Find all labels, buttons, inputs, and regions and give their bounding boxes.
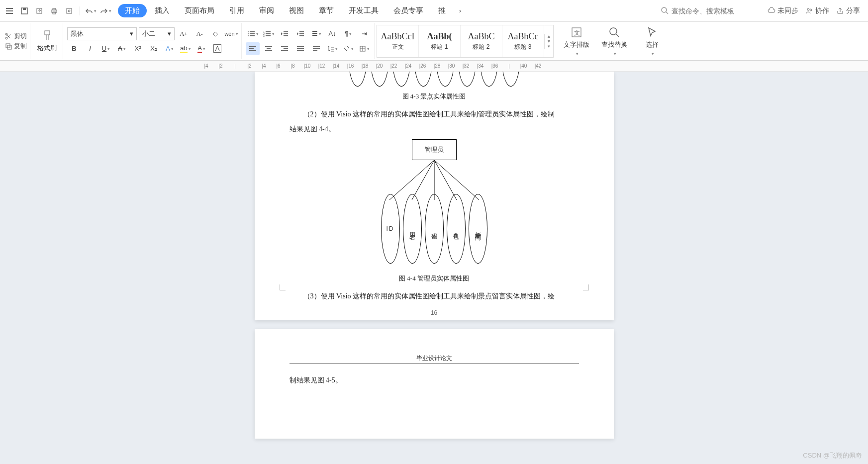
shading-button[interactable]: [341, 42, 355, 55]
cut-button[interactable]: 剪切: [5, 32, 27, 41]
svg-rect-40: [265, 46, 272, 47]
paragraph-2[interactable]: （2）使用 Visio 这样的常用的实体属性图绘制工具来绘制管理员实体属性图，绘…: [289, 107, 579, 122]
copy-button[interactable]: 复制: [5, 42, 27, 51]
style-h3[interactable]: AaBbCc标题 3: [502, 25, 544, 57]
share-button[interactable]: 分享: [836, 6, 860, 15]
svg-rect-26: [266, 31, 271, 32]
align-justify-button[interactable]: [293, 42, 307, 55]
attr-id: ID: [381, 194, 400, 264]
text-layout-button[interactable]: 文文字排版: [559, 26, 594, 56]
svg-rect-7: [53, 8, 56, 10]
style-gallery: AaBbCcI正文 AaBb(标题 1 AaBbC标题 2 AaBbCc标题 3…: [377, 25, 554, 58]
tab-overflow-icon[interactable]: ›: [454, 4, 467, 17]
sort-button[interactable]: A↓: [325, 27, 339, 40]
svg-rect-33: [284, 35, 288, 36]
svg-rect-48: [297, 50, 304, 51]
svg-rect-20: [250, 31, 255, 32]
style-normal[interactable]: AaBbCcI正文: [377, 25, 419, 57]
strike-button[interactable]: A: [115, 42, 129, 55]
svg-rect-51: [313, 50, 317, 51]
distribute-button[interactable]: [309, 42, 323, 55]
border-button[interactable]: [357, 42, 371, 55]
style-expand-icon[interactable]: ▾: [545, 44, 553, 49]
find-replace-button[interactable]: 查找替换: [596, 26, 632, 56]
svg-text:文: 文: [574, 29, 580, 36]
page-number: 16: [289, 309, 579, 316]
superscript-button[interactable]: X²: [131, 42, 145, 55]
asian-layout-button[interactable]: ☰: [309, 27, 323, 40]
svg-rect-4: [23, 8, 26, 10]
number-list-button[interactable]: 123: [262, 27, 276, 40]
font-name-select[interactable]: 黑体▾: [67, 27, 137, 40]
ruler[interactable]: |4|2||2|4|6|8|10|12|14|16|18|20|22|24|26…: [0, 61, 868, 72]
char-border-button[interactable]: A: [210, 42, 224, 55]
scissors-icon: [5, 33, 12, 40]
tab-layout[interactable]: 页面布局: [178, 4, 221, 17]
tab-char-button[interactable]: ⇥: [357, 27, 371, 40]
svg-rect-16: [6, 44, 10, 48]
subscript-button[interactable]: X₂: [147, 42, 161, 55]
style-down-icon[interactable]: ▼: [545, 39, 553, 44]
clear-format-icon[interactable]: ◇: [208, 27, 222, 40]
font-color-button[interactable]: A: [194, 42, 208, 55]
export-icon[interactable]: [33, 4, 46, 17]
sync-status[interactable]: 未同步: [768, 6, 798, 15]
underline-button[interactable]: U: [99, 42, 113, 55]
tab-dev[interactable]: 开发工具: [342, 4, 386, 17]
margin-corner-br: [583, 284, 589, 290]
tabs: 开始 插入 页面布局 引用 审阅 视图 章节 开发工具 会员专享 推 ›: [118, 4, 467, 17]
text-effect-button[interactable]: A: [163, 42, 177, 55]
paragraph-3b[interactable]: 制结果见图 4-5。: [289, 373, 579, 388]
italic-button[interactable]: I: [83, 42, 97, 55]
align-center-button[interactable]: [262, 42, 276, 55]
svg-rect-9: [67, 8, 72, 13]
grow-font-icon[interactable]: A+: [177, 27, 191, 40]
phonetic-icon[interactable]: wén: [224, 27, 238, 40]
para-mark-button[interactable]: ¶: [341, 27, 355, 40]
style-up-icon[interactable]: ▲: [545, 34, 553, 39]
style-h2[interactable]: AaBbC标题 2: [461, 25, 502, 57]
command-search[interactable]: [661, 7, 761, 15]
coop-button[interactable]: 协作: [805, 6, 829, 15]
line-spacing-button[interactable]: [325, 42, 339, 55]
indent-button[interactable]: [293, 27, 307, 40]
tab-view[interactable]: 视图: [282, 4, 311, 17]
save-icon[interactable]: [18, 4, 31, 17]
people-icon: [805, 7, 813, 15]
svg-rect-2: [6, 13, 13, 14]
share-icon: [836, 7, 844, 15]
paragraph-3[interactable]: （3）使用 Visio 这样的常用的实体属性图绘制工具来绘制景点留言实体属性图，…: [289, 289, 579, 304]
page-header: 毕业设计论文: [289, 354, 579, 364]
align-left-button[interactable]: [246, 42, 260, 55]
redo-button[interactable]: [99, 4, 112, 17]
paragraph-2b[interactable]: 结果见图 4-4。: [289, 122, 579, 137]
figure-caption-4-3: 图 4-3 景点实体属性图: [289, 90, 579, 104]
page-1: 图 4-3 景点实体属性图 （2）使用 Visio 这样的常用的实体属性图绘制工…: [255, 72, 614, 320]
preview-icon[interactable]: [63, 4, 76, 17]
style-h1[interactable]: AaBb(标题 1: [419, 25, 461, 57]
shrink-font-icon[interactable]: A-: [193, 27, 206, 40]
tab-start[interactable]: 开始: [118, 4, 147, 17]
bullet-list-button[interactable]: [246, 27, 260, 40]
tab-reference[interactable]: 引用: [222, 4, 251, 17]
undo-button[interactable]: [84, 4, 97, 17]
entity-box: 管理员: [412, 139, 457, 160]
command-search-input[interactable]: [672, 7, 746, 15]
tab-chapter[interactable]: 章节: [312, 4, 341, 17]
select-button[interactable]: 选择: [634, 26, 670, 56]
outdent-button[interactable]: [278, 27, 291, 40]
print-icon[interactable]: [48, 4, 61, 17]
format-brush[interactable]: 格式刷: [34, 30, 60, 53]
align-right-button[interactable]: [278, 42, 291, 55]
tab-more[interactable]: 推: [431, 4, 453, 17]
document-canvas[interactable]: 图 4-3 景点实体属性图 （2）使用 Visio 这样的常用的实体属性图绘制工…: [0, 72, 868, 464]
font-size-select[interactable]: 小二▾: [139, 27, 175, 40]
page-2: 毕业设计论文 制结果见图 4-5。: [255, 329, 614, 439]
bold-button[interactable]: B: [67, 42, 81, 55]
menu-icon[interactable]: [3, 4, 16, 17]
highlight-button[interactable]: ab: [179, 42, 193, 55]
tab-member[interactable]: 会员专享: [386, 4, 430, 17]
tab-review[interactable]: 审阅: [252, 4, 281, 17]
svg-rect-43: [281, 46, 288, 47]
tab-insert[interactable]: 插入: [148, 4, 177, 17]
